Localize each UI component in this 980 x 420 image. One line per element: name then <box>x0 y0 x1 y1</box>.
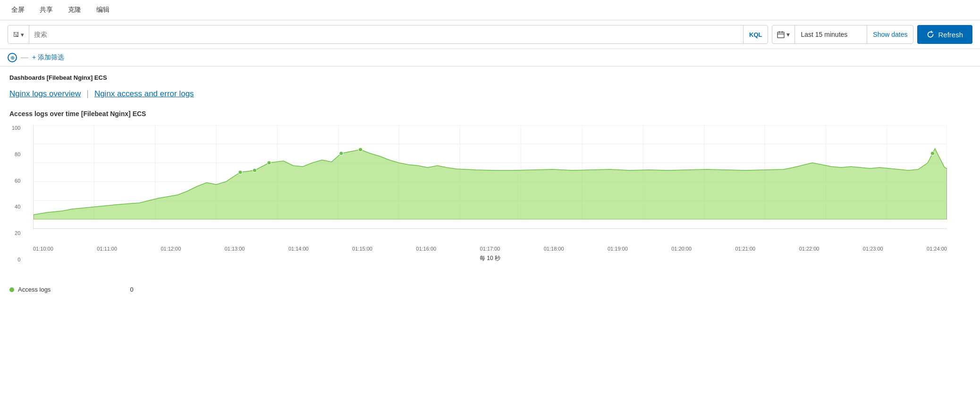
x-label-13: 01:23:00 <box>863 246 883 252</box>
svg-point-26 <box>339 151 343 155</box>
svg-point-25 <box>267 161 271 165</box>
dashboard-links: Nginx logs overview | Nginx access and e… <box>9 89 971 99</box>
svg-point-27 <box>358 148 362 151</box>
x-label-7: 01:17:00 <box>480 246 500 252</box>
x-interval-label: 每 10 秒 <box>33 254 947 262</box>
nginx-logs-overview-link[interactable]: Nginx logs overview <box>9 89 81 99</box>
time-range-text: Last 15 minutes <box>795 31 867 38</box>
x-label-8: 01:18:00 <box>544 246 564 252</box>
y-label-100: 100 <box>12 125 20 131</box>
search-bar: 🖫 ▾ KQL ▾ Last 15 minutes Show dates Ref… <box>0 20 980 49</box>
main-content: Dashboards [Filebeat Nginx] ECS Nginx lo… <box>0 67 980 312</box>
legend-value: 0 <box>130 286 133 293</box>
edit-button[interactable]: 编辑 <box>93 4 113 16</box>
chart-wrapper: 100 80 60 40 20 0 <box>33 125 947 262</box>
search-input[interactable] <box>29 31 743 38</box>
share-button[interactable]: 共享 <box>36 4 57 16</box>
svg-rect-0 <box>777 32 784 38</box>
save-dropdown-icon: ▾ <box>21 31 24 38</box>
breadcrumb-text: Dashboards [Filebeat Nginx] ECS <box>9 74 107 81</box>
filter-bar: ⊕ — + 添加筛选 <box>0 49 980 67</box>
y-label-40: 40 <box>15 204 20 210</box>
x-label-1: 01:11:00 <box>97 246 117 252</box>
chart-title: Access logs over time [Filebeat Nginx] E… <box>9 110 971 118</box>
x-label-10: 01:20:00 <box>671 246 692 252</box>
y-label-80: 80 <box>15 151 20 157</box>
show-dates-button[interactable]: Show dates <box>867 25 913 43</box>
svg-point-28 <box>930 151 934 155</box>
add-filter-button[interactable]: + 添加筛选 <box>32 53 64 62</box>
kql-badge[interactable]: KQL <box>743 25 768 43</box>
x-label-6: 01:16:00 <box>416 246 436 252</box>
y-axis: 100 80 60 40 20 0 <box>12 125 20 262</box>
save-icon: 🖫 <box>13 31 19 38</box>
x-label-5: 01:15:00 <box>352 246 372 252</box>
chart-svg <box>34 125 947 219</box>
x-label-9: 01:19:00 <box>608 246 628 252</box>
y-label-60: 60 <box>15 178 20 184</box>
calendar-dropdown-icon: ▾ <box>786 31 790 38</box>
x-label-14: 01:24:00 <box>927 246 947 252</box>
search-input-group: 🖫 ▾ KQL <box>8 25 768 44</box>
chart-legend: Access logs 0 <box>9 286 971 293</box>
refresh-button[interactable]: Refresh <box>917 25 972 44</box>
calendar-icon: ▾ <box>772 25 795 43</box>
x-label-4: 01:14:00 <box>288 246 309 252</box>
x-label-11: 01:21:00 <box>735 246 755 252</box>
y-label-0: 0 <box>17 257 20 262</box>
x-label-0: 01:10:00 <box>33 246 53 252</box>
x-label-2: 01:12:00 <box>161 246 181 252</box>
breadcrumb: Dashboards [Filebeat Nginx] ECS <box>9 74 971 81</box>
filter-icon[interactable]: ⊕ <box>8 53 17 62</box>
chart-section: Access logs over time [Filebeat Nginx] E… <box>9 110 971 293</box>
legend-color-dot <box>9 287 14 292</box>
svg-point-23 <box>238 170 242 174</box>
legend-label: Access logs <box>18 286 51 293</box>
y-label-20: 20 <box>15 230 20 236</box>
x-axis: 01:10:00 01:11:00 01:12:00 01:13:00 01:1… <box>33 246 947 252</box>
svg-point-24 <box>253 168 256 172</box>
fullscreen-button[interactable]: 全屏 <box>8 4 28 16</box>
x-label-12: 01:22:00 <box>799 246 819 252</box>
x-label-3: 01:13:00 <box>225 246 245 252</box>
link-separator: | <box>86 89 89 99</box>
nginx-access-error-link[interactable]: Nginx access and error logs <box>94 89 194 99</box>
save-button[interactable]: 🖫 ▾ <box>8 25 29 43</box>
clone-button[interactable]: 克隆 <box>64 4 85 16</box>
top-toolbar: 全屏 共享 克隆 编辑 <box>0 0 980 20</box>
svg-marker-22 <box>34 149 947 219</box>
refresh-icon <box>927 31 934 38</box>
time-picker[interactable]: ▾ Last 15 minutes Show dates <box>772 25 913 44</box>
chart-area <box>33 125 947 229</box>
refresh-label: Refresh <box>938 31 963 39</box>
filter-dash: — <box>21 53 28 62</box>
